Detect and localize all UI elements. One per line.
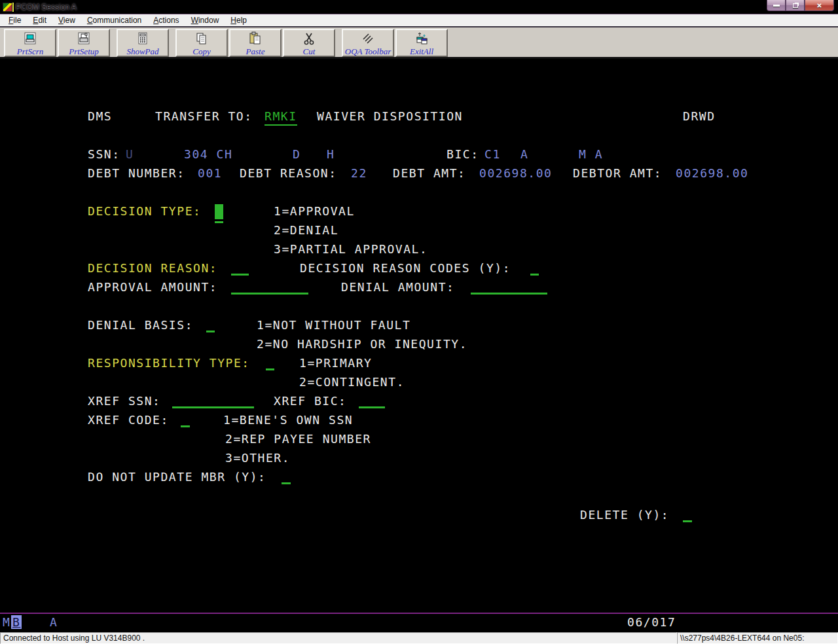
xref-bic-label: XREF BIC: <box>274 394 346 408</box>
ssn-value-fragment: 304 CH <box>184 147 232 162</box>
decision-reason-codes-label: DECISION REASON CODES (Y): <box>300 261 511 276</box>
cut-label: Cut <box>303 46 316 57</box>
decision-reason-label: DECISION REASON: <box>88 261 217 276</box>
minimize-button[interactable] <box>767 0 786 11</box>
terminal-screen: DMS TRANSFER TO: RMKI WAIVER DISPOSITION… <box>0 59 838 632</box>
close-icon: ✕ <box>816 2 822 9</box>
decision-reason-input[interactable] <box>231 261 249 276</box>
responsibility-type-label: RESPONSIBILITY TYPE: <box>88 356 250 370</box>
minimize-icon <box>773 5 780 7</box>
approval-amount-label: APPROVAL AMOUNT: <box>88 280 217 295</box>
showpad-label: ShowPad <box>126 46 158 57</box>
ssn-value-fragment: D <box>293 147 301 162</box>
debt-amt-label: DEBT AMT: <box>393 166 465 181</box>
prtsetup-label: PrtSetup <box>69 46 99 57</box>
showpad-button[interactable]: ShowPad <box>117 29 169 57</box>
menu-communication[interactable]: Communication <box>81 14 147 26</box>
print-screen-icon <box>23 31 37 46</box>
denial-basis-input[interactable] <box>206 318 215 332</box>
menu-edit[interactable]: Edit <box>27 14 52 26</box>
cut-button[interactable]: Cut <box>283 29 335 57</box>
app-icon <box>3 3 12 12</box>
denial-amount-label: DENIAL AMOUNT: <box>341 280 454 295</box>
ssn-label: SSN: <box>88 147 120 162</box>
debtor-amt-label: DEBTOR AMT: <box>573 166 662 181</box>
debt-reason-value: 22 <box>351 166 367 181</box>
debt-number-label: DEBT NUMBER: <box>88 166 185 181</box>
debt-number-value: 001 <box>198 166 222 181</box>
delete-label: DELETE (Y): <box>580 508 669 522</box>
exitall-label: ExitAll <box>410 46 433 57</box>
prtscrn-label: PrtScrn <box>17 46 43 57</box>
menu-actions[interactable]: Actions <box>147 14 185 26</box>
denial-basis-option: 2=NO HARDSHIP OR INEQUITY. <box>257 337 467 351</box>
debt-reason-label: DEBT REASON: <box>240 166 337 181</box>
prtscrn-button[interactable]: PrtScrn <box>4 29 56 57</box>
hatch-lines-icon <box>361 31 375 46</box>
oia-shift-indicator: M <box>3 615 10 630</box>
xref-code-option: 1=BENE'S OWN SSN <box>223 413 353 427</box>
transfer-to-label: TRANSFER TO: <box>155 109 253 124</box>
paste-button[interactable]: Paste <box>229 29 282 57</box>
denial-amount-input[interactable] <box>471 280 547 295</box>
responsibility-type-input[interactable] <box>266 356 274 370</box>
oia-session-indicator: A <box>50 615 58 630</box>
xref-ssn-input[interactable] <box>172 394 254 408</box>
restore-button[interactable] <box>786 0 805 11</box>
ssn-value-fragment: U <box>126 147 134 162</box>
connection-status: Connected to Host using LU V314B900 . <box>0 632 677 644</box>
xref-code-option: 3=OTHER. <box>225 451 290 465</box>
oqa-toolbar-label: OQA Toolbar <box>345 46 391 57</box>
xref-code-label: XREF CODE: <box>88 413 169 427</box>
oia-insert-indicator: B <box>11 615 22 630</box>
title-bar: PCOM Session A ✕ <box>0 0 838 14</box>
copy-icon <box>194 31 209 46</box>
copy-label: Copy <box>192 46 210 57</box>
exit-all-icon <box>414 31 429 46</box>
keypad-icon <box>136 31 150 46</box>
menu-view[interactable]: View <box>52 14 81 26</box>
menu-window[interactable]: Window <box>185 14 225 26</box>
bic-value-fragment: M A <box>579 147 603 162</box>
menu-bar: File Edit View Communication Actions Win… <box>0 14 838 27</box>
xref-bic-input[interactable] <box>359 394 385 408</box>
paste-label: Paste <box>246 46 265 57</box>
print-setup-icon <box>77 31 91 46</box>
toolbar: PrtScrn PrtSetup ShowPad Copy Paste Cut <box>0 27 838 59</box>
do-not-update-input[interactable] <box>282 470 291 484</box>
transfer-to-input[interactable]: RMKI <box>264 109 297 126</box>
decision-type-label: DECISION TYPE: <box>88 204 201 219</box>
oia-cursor-position: 06/017 <box>627 615 676 630</box>
printer-status: \\s277ps4\4B26-LEXT644 on Ne05: <box>677 632 838 644</box>
menu-file[interactable]: File <box>3 14 27 26</box>
exitall-button[interactable]: ExitAll <box>395 29 448 57</box>
denial-basis-label: DENIAL BASIS: <box>88 318 193 332</box>
prtsetup-button[interactable]: PrtSetup <box>58 29 110 57</box>
xref-code-option: 2=REP PAYEE NUMBER <box>225 432 371 446</box>
approval-amount-input[interactable] <box>231 280 308 295</box>
responsibility-option: 2=CONTINGENT. <box>299 375 405 389</box>
responsibility-option: 1=PRIMARY <box>299 356 372 370</box>
debt-amt-value: 002698.00 <box>479 166 552 181</box>
bic-value-fragment: A <box>520 147 528 162</box>
decision-type-option: 3=PARTIAL APPROVAL. <box>274 242 428 257</box>
close-button[interactable]: ✕ <box>805 0 834 11</box>
cut-icon <box>302 31 316 46</box>
copy-button[interactable]: Copy <box>175 29 228 57</box>
ssn-value-fragment: H <box>327 147 335 162</box>
oqa-toolbar-button[interactable]: OQA Toolbar <box>342 29 394 57</box>
do-not-update-label: DO NOT UPDATE MBR (Y): <box>88 470 266 484</box>
xref-code-input[interactable] <box>181 413 190 427</box>
delete-input[interactable] <box>683 508 692 522</box>
denial-basis-option: 1=NOT WITHOUT FAULT <box>257 318 410 332</box>
decision-type-input[interactable] <box>215 204 223 219</box>
menu-help[interactable]: Help <box>225 14 253 26</box>
bic-label: BIC: <box>446 147 479 162</box>
decision-type-option: 1=APPROVAL <box>274 204 355 219</box>
window-controls: ✕ <box>767 0 834 11</box>
bic-value-fragment: C1 <box>484 147 501 162</box>
oia-separator <box>0 613 838 614</box>
screen-code: DRWD <box>683 109 716 124</box>
app-code: DMS <box>88 109 112 124</box>
decision-reason-codes-input[interactable] <box>530 261 539 276</box>
